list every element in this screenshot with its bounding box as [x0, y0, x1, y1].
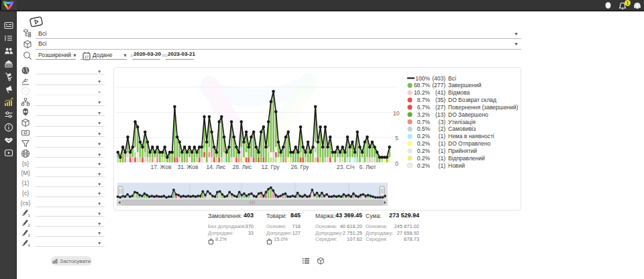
svg-text:8.7%: 8.7%	[417, 97, 431, 103]
svg-text:2: 2	[28, 223, 30, 227]
svg-text:0: 0	[395, 160, 398, 167]
svg-text:Всі: Всі	[448, 75, 456, 82]
svg-text:0.2%: 0.2%	[417, 133, 431, 140]
svg-text:10: 10	[393, 110, 400, 117]
svg-text:Нема в наявності: Нема в наявності	[448, 133, 494, 140]
svg-text:6. Лют: 6. Лют	[359, 164, 376, 170]
svg-text:26. Гру: 26. Гру	[290, 164, 309, 170]
svg-text:0.2%: 0.2%	[417, 148, 431, 154]
svg-text:(1): (1)	[439, 140, 446, 147]
svg-text:12. Гру: 12. Гру	[261, 164, 280, 170]
svg-text:(35): (35)	[435, 97, 445, 103]
svg-text:Відправлений: Відправлений	[448, 155, 485, 162]
svg-text:5: 5	[395, 135, 398, 142]
svg-text:0.7%: 0.7%	[417, 119, 431, 125]
svg-text:Прийнятий: Прийнятий	[448, 148, 477, 154]
svg-text:1: 1	[28, 214, 30, 218]
svg-text:17. Жов: 17. Жов	[150, 164, 172, 170]
svg-text:0.2%: 0.2%	[417, 140, 431, 147]
svg-text:(403): (403)	[432, 75, 445, 82]
svg-text:14. Лис: 14. Лис	[207, 164, 227, 170]
svg-text:Новий: Новий	[448, 162, 465, 169]
svg-text:(1): (1)	[439, 162, 446, 169]
svg-text:Самовивіз: Самовивіз	[448, 125, 476, 132]
svg-text:(1): (1)	[439, 148, 446, 154]
svg-text:(277): (277)	[432, 82, 445, 89]
svg-text:10.2%: 10.2%	[414, 89, 431, 96]
svg-text:4: 4	[28, 243, 30, 247]
svg-text:28. Лис: 28. Лис	[233, 164, 253, 170]
svg-text:0.2%: 0.2%	[417, 162, 431, 169]
svg-text:17: 17	[85, 55, 89, 59]
svg-text:Повернення (завершений): Повернення (завершений)	[448, 104, 519, 111]
svg-text:(3): (3)	[439, 119, 446, 125]
svg-text:23. Січ: 23. Січ	[337, 164, 355, 170]
svg-text:3.2%: 3.2%	[417, 111, 431, 118]
svg-text:DO Возврат склад: DO Возврат склад	[448, 97, 496, 103]
svg-text:0.2%: 0.2%	[417, 155, 431, 162]
svg-text:DO Отправлено: DO Отправлено	[448, 140, 490, 147]
svg-text:3: 3	[28, 233, 30, 237]
svg-text:Завершений: Завершений	[448, 82, 482, 89]
svg-text:(1): (1)	[439, 133, 446, 140]
svg-text:100%: 100%	[415, 75, 430, 82]
svg-text:6.7%: 6.7%	[417, 104, 431, 111]
svg-text:0.5%: 0.5%	[417, 125, 431, 132]
svg-text:Відмова: Відмова	[448, 89, 470, 96]
svg-text:68.7%: 68.7%	[414, 82, 431, 89]
svg-text:?: ?	[24, 89, 28, 95]
svg-text:DO Завершено: DO Завершено	[448, 111, 488, 118]
svg-text:Утилізація: Утилізація	[448, 119, 476, 125]
svg-text:31. Жов: 31. Жов	[177, 164, 199, 170]
svg-text:(13): (13)	[435, 111, 445, 118]
svg-text:(1): (1)	[439, 155, 446, 162]
svg-text:(27): (27)	[435, 104, 445, 111]
svg-text:(41): (41)	[435, 89, 445, 96]
svg-text:(2): (2)	[439, 125, 446, 132]
